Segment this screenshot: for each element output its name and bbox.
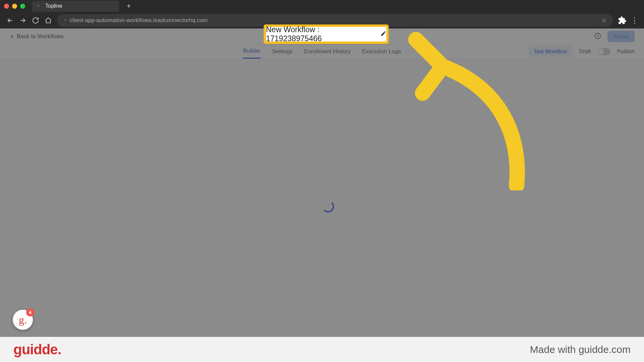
window-controls: [4, 4, 25, 9]
chevron-left-icon: [9, 34, 15, 39]
back-link-label: Back to Workflows: [17, 33, 64, 40]
extensions-icon[interactable]: [618, 16, 627, 25]
help-logo-icon: g.: [19, 314, 27, 326]
forward-icon[interactable]: [19, 16, 27, 24]
draft-label: Draft: [579, 49, 591, 55]
back-icon[interactable]: [6, 16, 14, 24]
workflow-title-highlight[interactable]: New Workflow : 1719238975466: [264, 24, 389, 44]
tab-title: Topline: [45, 3, 62, 9]
app-tabs: Builder Settings Enrollment History Exec…: [0, 45, 644, 59]
app-area: Back to Workflows Saved Builder Settings…: [0, 28, 644, 337]
footer: guidde. Made with guidde.com: [0, 337, 644, 362]
workflow-canvas: [0, 59, 644, 337]
browser-tab-active[interactable]: ∿ Topline: [32, 1, 119, 12]
new-tab-button[interactable]: +: [124, 1, 134, 11]
back-to-workflows-link[interactable]: Back to Workflows: [9, 33, 64, 40]
header-actions: Saved: [594, 31, 635, 42]
help-widget[interactable]: g. 4: [13, 310, 33, 330]
test-workflow-button[interactable]: Test Workflow: [529, 46, 573, 57]
browser-tab-bar: ∿ Topline +: [0, 0, 644, 12]
bookmark-star-icon[interactable]: ☆: [601, 17, 606, 24]
url-favicon-icon: ∿: [64, 18, 66, 22]
workflow-title: New Workflow : 1719238975466: [266, 25, 376, 43]
url-text: client-app-automation-workflows.leadconn…: [70, 17, 208, 24]
saved-button[interactable]: Saved: [607, 31, 635, 42]
close-window-icon[interactable]: [4, 4, 9, 9]
help-badge-count: 4: [26, 308, 34, 316]
loading-spinner-icon: [322, 200, 334, 213]
home-icon[interactable]: [44, 16, 52, 24]
made-with-label: Made with guidde.com: [530, 344, 631, 355]
edit-title-icon[interactable]: [380, 31, 386, 38]
tab-right-controls: Test Workflow Draft Publish: [529, 46, 635, 57]
tab-favicon-icon: ∿: [37, 3, 42, 9]
annotation-arrow-icon: [392, 26, 527, 192]
publish-toggle[interactable]: [598, 48, 610, 55]
maximize-window-icon[interactable]: [20, 4, 25, 9]
tab-builder[interactable]: Builder: [243, 44, 261, 59]
app-content: Back to Workflows Saved Builder Settings…: [0, 28, 644, 337]
minimize-window-icon[interactable]: [12, 4, 17, 9]
browser-menu-icon[interactable]: ⋮: [631, 16, 638, 25]
history-icon[interactable]: [594, 32, 601, 41]
reload-icon[interactable]: [32, 16, 40, 24]
tab-enrollment-history[interactable]: Enrollment History: [304, 45, 351, 58]
guidde-logo: guidde.: [13, 342, 61, 358]
tab-settings[interactable]: Settings: [272, 45, 292, 58]
publish-label: Publish: [617, 49, 635, 55]
